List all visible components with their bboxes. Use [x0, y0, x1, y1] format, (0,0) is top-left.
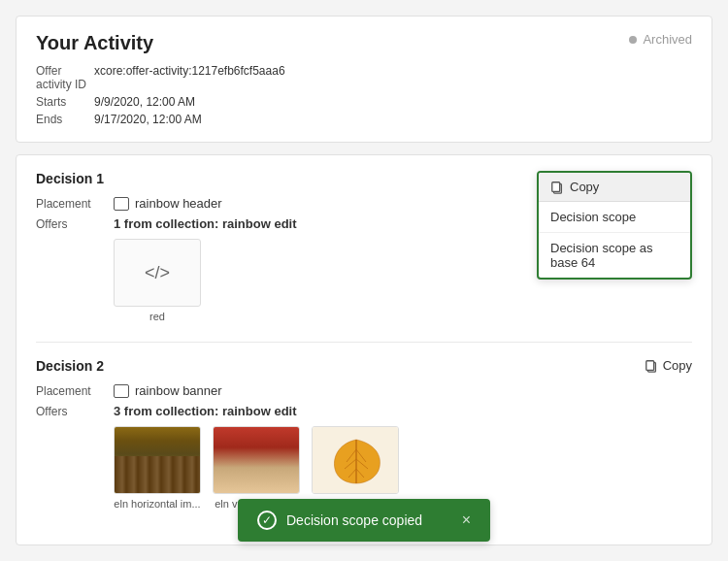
- placement-label: Placement: [36, 196, 114, 211]
- decision-scope-base64-option[interactable]: Decision scope as base 64: [539, 233, 690, 278]
- offer-label-forest: eln horizontal im...: [114, 498, 200, 510]
- offer-item-code: </> red: [114, 239, 201, 322]
- decision-2-header: Decision 2 Copy: [36, 358, 692, 374]
- toast-notification: ✓ Decision scope copied ×: [238, 499, 490, 542]
- decision-2-copy-button[interactable]: Copy: [645, 358, 692, 373]
- activity-meta: Offer activity ID xcore:offer-activity:1…: [36, 64, 692, 126]
- decision-scope-option[interactable]: Decision scope: [539, 202, 690, 233]
- placement-label-2: Placement: [36, 383, 114, 398]
- toast-message: Decision scope copied: [286, 512, 422, 528]
- copy-dropdown-btn[interactable]: Copy: [539, 173, 690, 202]
- copy-icon: [550, 181, 564, 194]
- decision-2-title: Decision 2: [36, 358, 104, 374]
- divider: [36, 342, 692, 343]
- decision-1-section: Decision 1 Copy Decision scope Decision …: [36, 171, 692, 322]
- decision-1-title: Decision 1: [36, 171, 104, 186]
- main-container: Your Activity Archived Offer activity ID…: [0, 16, 728, 545]
- offers-label-2: Offers: [36, 404, 114, 418]
- copy-dropdown: Copy Decision scope Decision scope as ba…: [537, 171, 692, 280]
- copy-icon-2: [645, 359, 658, 373]
- toast-close-button[interactable]: ×: [462, 512, 471, 529]
- leaf-image: [313, 427, 399, 494]
- offer-forest-box: [114, 426, 201, 494]
- decision-2-offers-field: Offers 3 from collection: rainbow edit: [36, 404, 692, 418]
- leaf-svg: [327, 435, 385, 488]
- status-label: Archived: [643, 32, 692, 47]
- offer-waterfall-box: [213, 426, 300, 494]
- decisions-container: Decision 1 Copy Decision scope Decision …: [16, 154, 712, 545]
- field-label-id: Offer activity ID: [36, 64, 94, 91]
- offer-code-box: </>: [114, 239, 201, 307]
- offer-item-waterfall: eln vertical image: [213, 426, 300, 510]
- code-symbol: </>: [145, 263, 170, 283]
- activity-card: Your Activity Archived Offer activity ID…: [16, 16, 712, 143]
- decision-2-offers-row: eln horizontal im... eln vertical image: [114, 426, 692, 510]
- field-value-starts: 9/9/2020, 12:00 AM: [94, 95, 692, 109]
- offer-item-forest: eln horizontal im...: [114, 426, 201, 510]
- offer-item-leaf: red: [312, 426, 399, 510]
- placement-icon-2: [114, 384, 129, 398]
- decision-2-section: Decision 2 Copy Placement rainbow banner: [36, 358, 692, 510]
- field-label-ends: Ends: [36, 113, 94, 126]
- svg-rect-3: [645, 360, 653, 370]
- decision-2-placement-field: Placement rainbow banner: [36, 383, 692, 398]
- offers-value-2: 3 from collection: rainbow edit: [114, 404, 692, 418]
- offer-label-red: red: [149, 311, 165, 322]
- copy-btn-label: Copy: [570, 180, 599, 194]
- offer-leaf-box: [312, 426, 399, 494]
- field-label-starts: Starts: [36, 95, 94, 109]
- waterfall-image: [214, 427, 300, 494]
- offers-label-1: Offers: [36, 216, 114, 231]
- placement-icon: [114, 197, 129, 211]
- field-value-ends: 9/17/2020, 12:00 AM: [94, 113, 692, 126]
- copy-label-2: Copy: [663, 358, 692, 373]
- svg-rect-1: [552, 182, 560, 191]
- field-value-id: xcore:offer-activity:1217efb6fcf5aaa6: [94, 64, 692, 91]
- toast-check-icon: ✓: [257, 511, 277, 530]
- status-dot: [629, 36, 637, 44]
- decision-1-header: Decision 1 Copy Decision scope Decision …: [36, 171, 692, 186]
- forest-image: [115, 427, 201, 494]
- placement-value-2: rainbow banner: [114, 383, 692, 398]
- activity-title: Your Activity: [36, 32, 692, 54]
- activity-status: Archived: [629, 32, 692, 47]
- placement-name-2: rainbow banner: [135, 383, 222, 398]
- placement-name: rainbow header: [135, 196, 222, 211]
